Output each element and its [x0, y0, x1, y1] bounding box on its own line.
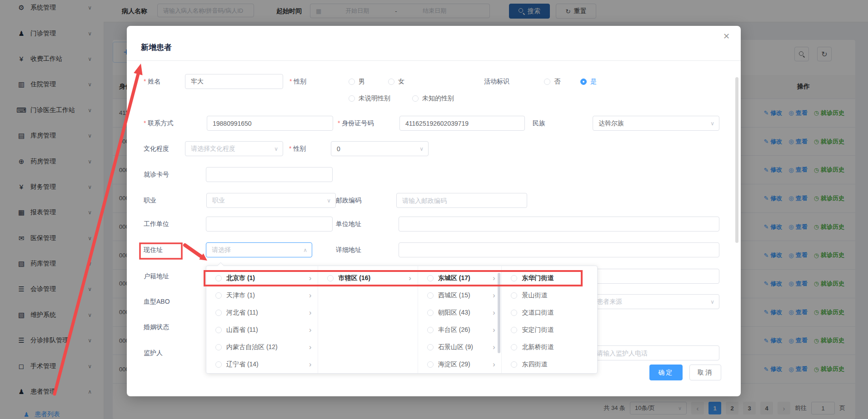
- postal-code-input[interactable]: [396, 193, 527, 208]
- occupation-select[interactable]: 职业∨: [206, 193, 336, 208]
- blood-type-label: 血型ABO: [144, 294, 170, 309]
- current-address-label: 现住址: [144, 242, 163, 257]
- chevron-right-icon: ›: [493, 343, 495, 351]
- employer-input[interactable]: [206, 217, 333, 232]
- cascader-option-chaoyang[interactable]: 朝阳区 (43)›: [418, 304, 502, 321]
- cascader-option-donghuamen[interactable]: 东华门街道: [502, 270, 597, 287]
- cascader-option-haidian[interactable]: 海淀区 (29)›: [418, 356, 502, 373]
- radio-active-yes[interactable]: 是: [580, 74, 597, 89]
- form-row-current-address: 现住址 请选择∧ 详细地址: [127, 242, 741, 257]
- cascader-scrollbar[interactable]: [498, 273, 500, 353]
- chevron-right-icon: ›: [309, 360, 311, 369]
- current-address-cascader[interactable]: 请选择∧: [206, 242, 312, 257]
- cancel-button[interactable]: 取消: [689, 365, 721, 380]
- name-input[interactable]: [185, 74, 283, 89]
- gender-label: 性别: [289, 74, 306, 89]
- radio-icon[interactable]: [215, 327, 222, 333]
- cascader-option-jingshan[interactable]: 景山街道: [502, 287, 597, 304]
- cascader-option-xicheng[interactable]: 西城区 (15)›: [418, 287, 502, 304]
- radio-icon[interactable]: [427, 310, 434, 316]
- radio-icon[interactable]: [427, 275, 434, 281]
- radio-gender-male[interactable]: 男: [349, 74, 365, 89]
- education-label: 文化程度: [144, 141, 169, 156]
- ethnicity-label: 民族: [533, 116, 545, 131]
- cascader-option-hebei[interactable]: 河北省 (11)›: [206, 304, 318, 321]
- chevron-down-icon: ∨: [710, 120, 714, 127]
- radio-icon[interactable]: [427, 292, 434, 299]
- radio-icon[interactable]: [427, 344, 434, 350]
- cascader-column-city: 市辖区 (16)›: [318, 266, 418, 373]
- radio-gender-unexplained[interactable]: 未说明性别: [349, 94, 390, 104]
- radio-icon[interactable]: [511, 310, 517, 316]
- address-cascader-panel: 北京市 (1)› 天津市 (1)› 河北省 (11)› 山西省 (11)› 内蒙…: [206, 266, 598, 374]
- form-row-name-gender: 姓名 性别 男 女 活动标识 否 是: [127, 74, 741, 89]
- cascader-option-andingmen[interactable]: 安定门街道: [502, 321, 597, 339]
- form-row-visit-card: 就诊卡号: [127, 167, 741, 182]
- cascader-column-street: 东华门街道 景山街道 交道口街道 安定门街道 北新桥街道 东四街道: [502, 266, 597, 373]
- name-label: 姓名: [144, 74, 160, 89]
- radio-icon: [412, 95, 419, 102]
- form-row-occupation: 职业 职业∨ 邮政编码: [127, 193, 741, 208]
- employer-address-input[interactable]: [399, 217, 719, 232]
- detail-address-input[interactable]: [399, 242, 719, 257]
- screen: ⚙系统管理∨ ♟门诊管理∨ ¥收费工作站∨ ▥住院管理∨ ⌨门诊医生工作站∨ ▤…: [0, 0, 868, 419]
- cascader-column-province: 北京市 (1)› 天津市 (1)› 河北省 (11)› 山西省 (11)› 内蒙…: [206, 266, 318, 373]
- employer-address-label: 单位地址: [336, 217, 361, 232]
- form-row-employer: 工作单位 单位地址: [127, 217, 741, 232]
- cascader-option-neimenggu[interactable]: 内蒙古自治区 (12)›: [206, 339, 318, 356]
- radio-icon[interactable]: [215, 275, 222, 281]
- household-address-label: 户籍地址: [144, 269, 169, 284]
- radio-icon[interactable]: [215, 292, 222, 299]
- radio-gender-female[interactable]: 女: [388, 74, 404, 89]
- radio-icon[interactable]: [511, 275, 517, 281]
- radio-icon[interactable]: [511, 361, 517, 368]
- id-number-input[interactable]: [399, 116, 525, 131]
- postal-code-label: 邮政编码: [336, 193, 361, 208]
- contact-input[interactable]: [207, 116, 333, 131]
- form-row-contact: 联系方式 身份证号码 民族 达斡尔族∨: [127, 116, 741, 131]
- occupation-label: 职业: [144, 193, 156, 208]
- cascader-option-dongcheng[interactable]: 东城区 (17)›: [418, 270, 502, 287]
- cascader-option-beixinqiao[interactable]: 北新桥街道: [502, 339, 597, 356]
- patient-source-select[interactable]: 患者来源∨: [591, 294, 719, 309]
- cascader-option-beijing[interactable]: 北京市 (1)›: [206, 270, 318, 287]
- confirm-button[interactable]: 确定: [649, 365, 683, 380]
- guardian-label: 监护人: [144, 345, 163, 360]
- radio-icon[interactable]: [511, 292, 517, 299]
- cascader-option-jiaodaokou[interactable]: 交道口街道: [502, 304, 597, 321]
- radio-icon[interactable]: [427, 361, 434, 368]
- gender-code-label: 性别: [289, 141, 306, 156]
- radio-gender-unknown[interactable]: 未知的性别: [412, 94, 454, 104]
- chevron-right-icon: ›: [309, 343, 311, 351]
- radio-icon[interactable]: [215, 344, 222, 350]
- radio-checked-icon: [580, 79, 587, 85]
- education-select[interactable]: 请选择文化程度∨: [185, 141, 283, 156]
- cascader-option-shijingshan[interactable]: 石景山区 (9)›: [418, 339, 502, 356]
- visit-card-input[interactable]: [206, 167, 333, 182]
- cascader-option-shanxi[interactable]: 山西省 (11)›: [206, 321, 318, 339]
- chevron-down-icon: ∨: [274, 146, 278, 152]
- contact-label: 联系方式: [144, 116, 173, 131]
- employer-label: 工作单位: [144, 217, 169, 232]
- guardian-phone-input[interactable]: [591, 345, 719, 360]
- radio-icon[interactable]: [215, 310, 222, 316]
- chevron-down-icon: ∨: [419, 146, 424, 152]
- cascader-option-fengtai[interactable]: 丰台区 (26)›: [418, 321, 502, 339]
- active-flag-label: 活动标识: [484, 74, 509, 89]
- cascader-option-dongsi[interactable]: 东四街道: [502, 356, 597, 373]
- radio-active-no[interactable]: 否: [544, 74, 560, 89]
- cascader-option-shixiaqu[interactable]: 市辖区 (16)›: [318, 270, 417, 287]
- chevron-right-icon: ›: [493, 360, 495, 369]
- ethnicity-select[interactable]: 达斡尔族∨: [593, 116, 719, 131]
- cascader-option-liaoning[interactable]: 辽宁省 (14)›: [206, 356, 318, 373]
- radio-icon[interactable]: [427, 327, 434, 333]
- radio-icon[interactable]: [215, 361, 222, 368]
- close-icon[interactable]: ✕: [723, 31, 730, 41]
- radio-icon[interactable]: [511, 344, 517, 350]
- chevron-right-icon: ›: [309, 326, 311, 334]
- radio-icon: [544, 79, 550, 85]
- radio-icon[interactable]: [327, 275, 334, 281]
- gender-code-select[interactable]: 0∨: [331, 141, 429, 156]
- radio-icon[interactable]: [511, 327, 517, 333]
- cascader-option-tianjin[interactable]: 天津市 (1)›: [206, 287, 318, 304]
